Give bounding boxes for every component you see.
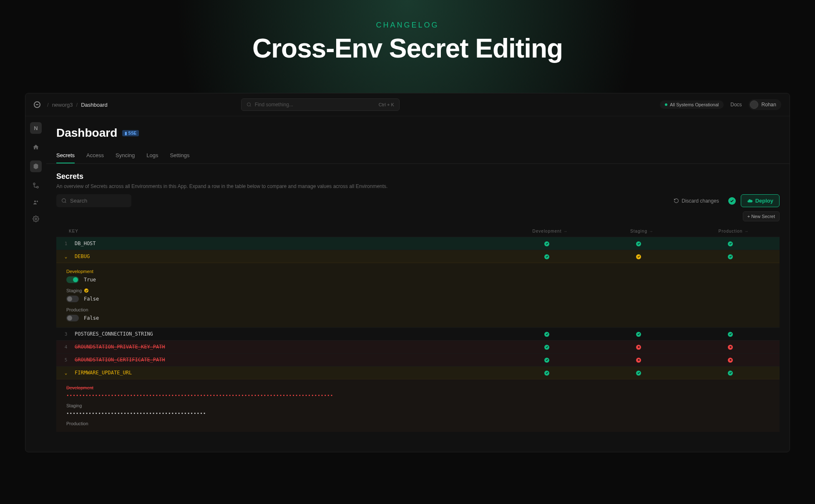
col-staging[interactable]: Staging→ [630, 229, 654, 233]
col-production[interactable]: Production→ [719, 229, 749, 233]
col-development[interactable]: Development→ [533, 229, 568, 233]
env-value: True [84, 277, 96, 283]
breadcrumb-sep: / [76, 102, 78, 108]
discard-button[interactable]: Discard changes [669, 196, 723, 206]
avatar [750, 100, 758, 109]
status-pill[interactable]: All Systems Operational [660, 100, 724, 109]
logo-icon[interactable] [34, 101, 40, 108]
search-icon [61, 198, 67, 203]
home-icon[interactable] [33, 144, 39, 150]
svg-point-7 [62, 199, 66, 203]
search-local-placeholder: Search [70, 198, 87, 204]
integrations-icon[interactable] [33, 182, 39, 189]
table-row[interactable]: ⌄ DEBUG [56, 250, 780, 263]
tab-settings[interactable]: Settings [170, 148, 189, 163]
search-icon [247, 102, 252, 107]
check-icon [636, 371, 641, 376]
search-input[interactable]: Search [56, 194, 131, 207]
tab-secrets[interactable]: Secrets [56, 148, 75, 163]
warn-icon [636, 254, 641, 259]
svg-point-3 [37, 186, 38, 188]
settings-icon[interactable] [33, 216, 39, 222]
undo-icon [674, 198, 679, 203]
hero-label: CHANGELOG [0, 21, 815, 30]
svg-point-5 [37, 201, 38, 202]
section-desc: An overview of Secrets across all Enviro… [56, 183, 780, 189]
check-icon [544, 254, 549, 259]
check-icon [544, 241, 549, 246]
secret-key: DB_HOST [72, 241, 501, 246]
breadcrumb: / neworg3 / Dashboard [47, 102, 108, 108]
page-title: Dashboard [56, 126, 117, 140]
svg-point-2 [33, 183, 35, 185]
apps-icon[interactable] [30, 160, 42, 172]
deploy-button[interactable]: Deploy [741, 194, 780, 207]
breadcrumb-sep: / [47, 102, 49, 108]
toggle[interactable] [66, 296, 79, 302]
global-search[interactable]: Find something... Ctrl + K [241, 98, 400, 111]
chevron-down-icon[interactable]: ⌄ [65, 254, 68, 259]
search-placeholder: Find something... [255, 102, 293, 108]
toggle[interactable] [66, 276, 79, 283]
env-label: Production [66, 421, 770, 426]
members-icon[interactable] [33, 199, 39, 206]
error-icon [728, 358, 733, 363]
table-row[interactable]: 3 POSTGRES_CONNECTION_STRING [56, 327, 780, 340]
tab-access[interactable]: Access [86, 148, 104, 163]
svg-point-6 [35, 218, 37, 220]
sse-badge: ▮SSE [122, 130, 139, 136]
hero-title: Cross-Env Secret Editing [0, 33, 815, 64]
secret-key: FIRMWARE_UPDATE_URL [72, 370, 501, 376]
masked-value: ••••••••••••••••••••••••••••••••••••••••… [66, 411, 206, 416]
env-label: Development [66, 269, 770, 274]
chevron-down-icon[interactable]: ⌄ [65, 370, 68, 376]
check-icon [636, 332, 641, 337]
warn-icon [84, 288, 88, 293]
error-icon [728, 345, 733, 350]
sidebar: N [25, 116, 46, 452]
tabs: Secrets Access Syncing Logs Settings [46, 148, 790, 164]
expanded-debug-panel: Development True Staging F [56, 263, 780, 327]
tab-syncing[interactable]: Syncing [116, 148, 135, 163]
org-badge[interactable]: N [30, 122, 42, 134]
new-secret-button[interactable]: + New Secret [743, 211, 780, 221]
docs-link[interactable]: Docs [730, 102, 742, 108]
table-row[interactable]: 5 GROUNDSTATION_CERTIFICATE_PATH [56, 353, 780, 366]
env-label: Staging [66, 403, 770, 408]
breadcrumb-org[interactable]: neworg3 [52, 102, 73, 108]
check-icon [544, 345, 549, 350]
app-window: / neworg3 / Dashboard Find something... … [25, 93, 790, 452]
user-chip[interactable]: Rohan [749, 99, 781, 110]
cloud-icon [747, 198, 753, 204]
error-icon [636, 345, 641, 350]
user-name: Rohan [762, 102, 776, 108]
search-shortcut: Ctrl + K [379, 102, 394, 107]
secrets-table: KEY Development→ Staging→ Production→ 1 … [46, 226, 790, 442]
secret-key: GROUNDSTATION_PRIVATE_KEY_PATH [72, 344, 501, 350]
toggle[interactable] [66, 315, 79, 321]
check-icon [728, 332, 733, 337]
col-key: KEY [69, 229, 504, 233]
svg-point-4 [34, 201, 36, 202]
env-label: Staging [66, 288, 770, 293]
secret-key: POSTGRES_CONNECTION_STRING [72, 331, 501, 337]
check-icon [728, 254, 733, 259]
secret-key: DEBUG [72, 253, 501, 259]
svg-line-8 [65, 202, 66, 203]
check-icon [728, 241, 733, 246]
check-icon [636, 241, 641, 246]
status-text: All Systems Operational [670, 102, 719, 107]
tab-logs[interactable]: Logs [146, 148, 158, 163]
check-icon [544, 358, 549, 363]
check-icon [544, 371, 549, 376]
masked-value: ••••••••••••••••••••••••••••••••••••••••… [66, 393, 333, 398]
check-icon [728, 371, 733, 376]
error-icon [636, 358, 641, 363]
env-label: Development [66, 385, 770, 390]
table-row[interactable]: ⌄ FIRMWARE_UPDATE_URL [56, 366, 780, 379]
check-icon [544, 332, 549, 337]
table-row[interactable]: 1 DB_HOST [56, 237, 780, 250]
env-label: Production [66, 307, 770, 312]
table-row[interactable]: 4 GROUNDSTATION_PRIVATE_KEY_PATH [56, 340, 780, 353]
breadcrumb-current[interactable]: Dashboard [81, 102, 108, 108]
